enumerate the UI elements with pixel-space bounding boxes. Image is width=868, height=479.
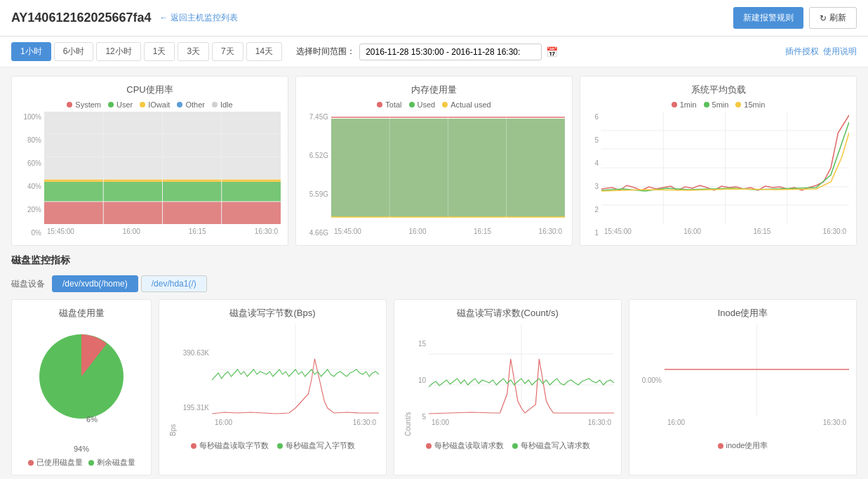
mem-x-label: 16:30:0 [539,228,562,235]
cpu-svg [44,112,281,224]
refresh-button[interactable]: ↻ 刷新 [809,7,857,29]
disk-bps-area: Bps 390.63K195.31K 16:0016:30:0 [166,324,379,436]
inode-legend: inode使用率 [636,440,849,451]
cpu-chart-title: CPU使用率 [19,84,281,96]
mem-legend-item: Actual used [442,100,490,109]
cpu-legend-item: Idle [212,100,233,109]
cpu-legend-item: Other [177,100,205,109]
disk-tabs-row: 磁盘设备 /dev/xvdb(/home)/dev/hda1(/) [11,275,857,292]
main-content: CPU使用率 SystemUserIOwaitOtherIdle 100%80%… [0,67,868,479]
cpu-x-label: 16:30:0 [255,228,278,235]
disk-count-card: 磁盘读写请求数(Count/s) Count/s 15105 [394,299,622,475]
inode-y-label: 0.00% [636,376,662,384]
disk-bps-card: 磁盘读写字节数(Bps) Bps 390.63K195.31K [159,299,387,475]
time-toolbar: 1小时6小时12小时1天3天7天14天 选择时间范围： 📅 插件授权 使用说明 [0,37,868,67]
mem-y-label: 7.45G [303,113,328,121]
count-legend-item: 每秒磁盘写入请求数 [512,440,590,451]
inode-legend-item: inode使用率 [718,440,768,451]
new-rule-button[interactable]: 新建报警规则 [733,7,803,29]
disk-charts-row: 磁盘使用量 6% 94% 已使用磁盘量剩余磁盘量 [11,299,857,475]
count-legend-item: 每秒磁盘读取请求数 [426,440,504,451]
count-x-label: 16:00 [432,419,449,426]
bps-y-labels: 390.63K195.31K [177,324,212,436]
bps-y-label: 195.31K [177,404,209,412]
time-tab-1天[interactable]: 1天 [144,42,175,61]
load-svg [601,112,849,224]
cpu-y-label: 40% [19,183,41,190]
time-tab-7天[interactable]: 7天 [212,42,243,61]
cpu-x-label: 16:15 [189,228,206,235]
time-tab-14天[interactable]: 14天 [246,42,282,61]
count-svg-container: 16:0016:30:0 [429,324,614,436]
pie-legend: 已使用磁盘量剩余磁盘量 [28,457,135,468]
inode-x-label: 16:30:0 [823,419,846,426]
count-y-label: 15 [412,340,426,348]
cpu-y-label: 60% [19,159,41,167]
time-tab-1小时[interactable]: 1小时 [11,42,51,61]
time-tab-3天[interactable]: 3天 [178,42,209,61]
cpu-svg-container: 15:45:0016:0016:1516:30:0 [44,112,281,238]
top-charts-row: CPU使用率 SystemUserIOwaitOtherIdle 100%80%… [11,76,857,246]
cpu-legend-item: System [67,100,101,109]
inode-svg-container: 16:0016:30:0 [665,324,849,436]
page-title: AY140612162025667fa4 [11,11,152,25]
plugin-auth-label[interactable]: 插件授权 [785,46,819,58]
mem-x-label: 15:45:00 [334,228,361,235]
cpu-y-label: 0% [19,229,41,237]
disk-count-title: 磁盘读写请求数(Count/s) [401,307,614,320]
time-tab-12小时[interactable]: 12小时 [96,42,140,61]
pie-free-pct-label: 94% [74,445,89,453]
load-y-label: 5 [587,136,599,144]
mem-legend-item: Used [409,100,436,109]
load-y-label: 3 [587,183,599,190]
load-chart-title: 系统平均负载 [587,84,849,96]
bps-svg-container: 16:0016:30:0 [212,324,379,436]
memory-svg [331,112,565,224]
disk-tab-0[interactable]: /dev/xvdb(/home) [52,275,138,292]
count-y-label: 10 [412,376,426,384]
cpu-x-label: 16:00 [123,228,140,235]
load-x-label: 16:00 [683,228,701,235]
header-actions: 新建报警规则 ↻ 刷新 [733,7,857,29]
disk-section-title: 磁盘监控指标 [11,254,857,270]
refresh-label: 刷新 [829,12,846,24]
load-y-label: 2 [587,206,599,214]
back-link[interactable]: ← 返回主机监控列表 [160,12,238,24]
time-tabs: 1小时6小时12小时1天3天7天14天 [11,42,282,61]
pie-svg [29,324,134,429]
bps-x-label: 16:30:0 [353,419,376,426]
disk-tabs-container: /dev/xvdb(/home)/dev/hda1(/) [52,275,207,292]
time-range: 选择时间范围： 📅 [296,44,558,60]
inode-area: 0.00% 16:0016:30:0 [636,324,849,436]
load-x-label: 16:30:0 [823,228,846,235]
time-range-input[interactable] [359,44,542,60]
time-tab-6小时[interactable]: 6小时 [54,42,94,61]
disk-count-area: Count/s 15105 16:0016:30:0 [401,324,614,436]
pie-container: 6% 94% 已使用磁盘量剩余磁盘量 [19,324,144,468]
memory-legend: TotalUsedActual used [303,100,565,109]
bps-y-axis-label: Bps [166,324,177,436]
inode-y-labels: 0.00% [636,324,665,436]
disk-pie-card: 磁盘使用量 6% 94% 已使用磁盘量剩余磁盘量 [11,299,152,475]
disk-tab-1[interactable]: /dev/hda1(/) [141,275,207,292]
toolbar-left: 1小时6小时12小时1天3天7天14天 选择时间范围： 📅 [11,42,558,61]
header-left: AY140612162025667fa4 ← 返回主机监控列表 [11,11,238,25]
bps-x-label: 16:00 [215,419,232,426]
cpu-legend: SystemUserIOwaitOtherIdle [19,100,281,109]
cpu-x-label: 15:45:00 [47,228,74,235]
count-svg [429,324,614,415]
bps-legend-item: 每秒磁盘写入字节数 [277,440,355,451]
bps-y-label: 390.63K [177,349,209,357]
calendar-icon[interactable]: 📅 [546,46,558,58]
load-x-label: 15:45:00 [604,228,632,235]
usage-link[interactable]: 使用说明 [823,46,857,58]
disk-pie-title: 磁盘使用量 [19,307,144,320]
load-svg-container: 15:45:0016:0016:1516:30:0 [601,112,849,238]
disk-device-label: 磁盘设备 [11,278,45,290]
count-x-label: 16:30:0 [588,419,611,426]
cpu-y-labels: 100%80%60%40%20%0% [19,112,44,238]
page-header: AY140612162025667fa4 ← 返回主机监控列表 新建报警规则 ↻… [0,0,868,37]
time-range-label: 选择时间范围： [296,46,355,58]
count-x-labels: 16:0016:30:0 [429,419,614,426]
inode-x-labels: 16:0016:30:0 [665,419,849,426]
